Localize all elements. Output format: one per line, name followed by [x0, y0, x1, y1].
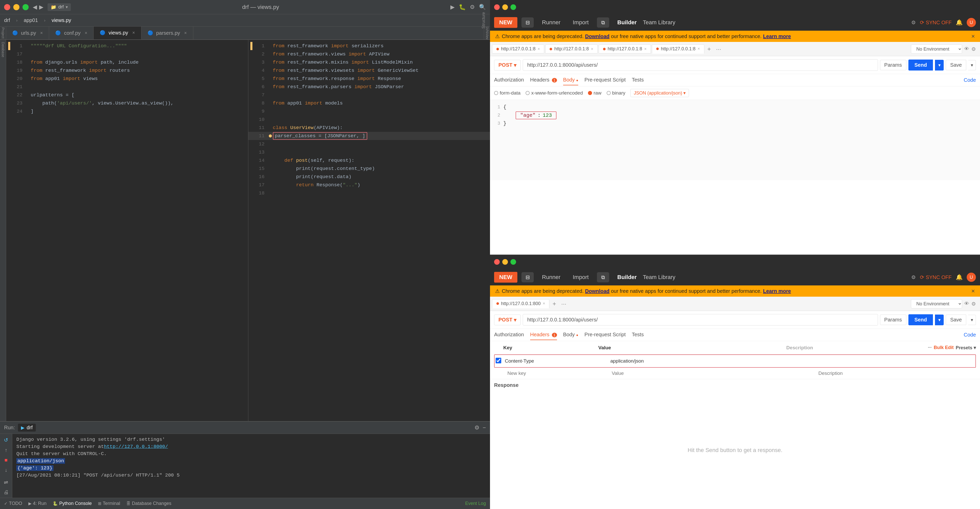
pm-download-link[interactable]: Download	[585, 33, 610, 39]
pm-content-type-checkbox[interactable]	[496, 358, 501, 363]
maximize-button[interactable]	[22, 4, 29, 10]
status-terminal[interactable]: ⊞ Terminal	[98, 501, 120, 506]
close-button[interactable]	[4, 4, 10, 10]
pm-tab-close-1[interactable]: ×	[538, 47, 540, 51]
pm-bottom-auth-tab[interactable]: Authorization	[494, 330, 524, 340]
pm-bottom-send-button[interactable]: Send	[908, 314, 933, 325]
structure-panel-label[interactable]: Structure	[481, 12, 486, 29]
pm-bottom-new-button[interactable]: NEW	[494, 272, 517, 282]
pm-raw-option[interactable]: raw	[588, 90, 601, 96]
pm-new-desc-input[interactable]	[818, 371, 972, 376]
pm-headers-tab[interactable]: Headers 1	[530, 75, 557, 86]
run-restart-icon[interactable]: ↺	[3, 436, 9, 444]
minimize-button[interactable]	[13, 4, 19, 10]
breadcrumb-app01[interactable]: app01	[24, 17, 38, 23]
pm-json-format-selector[interactable]: JSON (application/json) ▾	[630, 89, 689, 97]
pm-bottom-layout-icon-btn[interactable]: ⊟	[522, 272, 534, 282]
pm-more-tabs-icon[interactable]: ···	[714, 44, 723, 54]
tab-views-py[interactable]: 🔵 views.py ×	[94, 27, 141, 40]
pm-bottom-prerequest-tab[interactable]: Pre-request Script	[584, 330, 625, 340]
pm-form-data-option[interactable]: form-data	[494, 90, 520, 96]
search-icon[interactable]: 🔍	[479, 4, 486, 11]
pm-maximize-btn[interactable]	[511, 4, 516, 10]
pm-bottom-env-gear-icon[interactable]: ⚙	[971, 301, 976, 307]
left-code-content[interactable]: 1 """""drf URL Configuration..."""" 17 1…	[6, 40, 248, 421]
pm-bottom-env-select[interactable]: No Environment	[911, 299, 962, 308]
pm-url-input[interactable]	[523, 59, 878, 71]
pm-minimize-btn[interactable]	[502, 4, 508, 10]
pm-body-editor[interactable]: 1 { 2 "age" : 123 3 }	[490, 100, 980, 180]
pm-params-button[interactable]: Params	[880, 60, 906, 70]
pm-bottom-save-button[interactable]: Save	[946, 314, 966, 325]
pm-env-eye-icon[interactable]: 👁	[964, 46, 969, 52]
pm-bottom-request-tab[interactable]: http://127.0.0.1:800 ×	[492, 299, 549, 308]
pm-send-dropdown-icon[interactable]: ▾	[935, 60, 944, 71]
pm-tests-tab[interactable]: Tests	[632, 75, 644, 86]
pm-bottom-bell-icon[interactable]: 🔔	[956, 274, 963, 281]
pm-bottom-download-link[interactable]: Download	[585, 288, 610, 294]
status-database[interactable]: 🗄 Database Changes	[126, 501, 171, 506]
run-close-icon[interactable]: −	[483, 425, 486, 431]
pm-viewport-btn[interactable]: ⧉	[597, 17, 609, 28]
breadcrumb-drf[interactable]: drf	[4, 17, 10, 23]
pm-bottom-code-link[interactable]: Code	[964, 332, 976, 338]
pm-env-gear-icon[interactable]: ⚙	[971, 46, 976, 52]
pm-bottom-import-tab[interactable]: Import	[568, 272, 593, 282]
pm-binary-radio[interactable]	[607, 91, 611, 95]
close-views-tab-icon[interactable]: ×	[132, 30, 135, 35]
pm-request-tab-2[interactable]: http://127.0.0.1:8 ×	[545, 44, 597, 53]
pm-runner-tab[interactable]: Runner	[538, 17, 565, 28]
pm-method-selector[interactable]: POST ▾	[494, 60, 521, 71]
pm-bottom-close-btn[interactable]	[494, 259, 500, 265]
run-print-icon[interactable]: 🖨	[3, 488, 10, 496]
pm-bell-icon[interactable]: 🔔	[956, 19, 963, 26]
pm-learn-more-link[interactable]: Learn more	[763, 33, 791, 39]
pm-bottom-sync-button[interactable]: ⟳ SYNC OFF	[920, 274, 951, 280]
project-dropdown-icon[interactable]: ▾	[66, 5, 68, 10]
pm-request-tab-3[interactable]: http://127.0.0.1:8 ×	[599, 44, 651, 53]
database-panel-label[interactable]: Database	[1, 42, 5, 57]
settings-icon[interactable]: ⚙	[470, 4, 475, 11]
pm-settings-icon[interactable]: ⚙	[911, 19, 916, 25]
pm-new-value-input[interactable]	[612, 371, 816, 376]
pm-bulk-edit-button[interactable]: Bulk Edit	[934, 345, 954, 350]
pm-bottom-minimize-btn[interactable]	[502, 259, 508, 265]
project-side-label[interactable]: Project	[1, 27, 5, 39]
pm-bottom-headers-tab[interactable]: Headers 1	[530, 330, 557, 340]
pm-bottom-settings-icon[interactable]: ⚙	[911, 274, 916, 280]
pm-add-tab-icon[interactable]: +	[705, 44, 713, 54]
pm-urlencoded-option[interactable]: x-www-form-urlencoded	[525, 90, 583, 96]
right-code-content[interactable]: 1 from rest_framework import serializers…	[248, 40, 490, 421]
pm-tab-close-4[interactable]: ×	[697, 46, 700, 51]
pm-presets-button[interactable]: Presets ▾	[956, 345, 976, 350]
pm-bottom-warning-close-icon[interactable]: ×	[971, 287, 975, 295]
pm-sync-button[interactable]: ⟳ SYNC OFF	[920, 19, 951, 25]
run-wrap-icon[interactable]: ⇌	[3, 478, 9, 486]
pm-team-library-label[interactable]: Team Library	[643, 19, 675, 26]
pm-bottom-maximize-btn[interactable]	[511, 259, 516, 265]
pm-form-data-radio[interactable]	[494, 91, 498, 95]
run-tab-label[interactable]: drf	[27, 425, 32, 431]
pm-urlencoded-radio[interactable]	[525, 91, 530, 95]
pm-save-dropdown-icon[interactable]: ▾	[968, 60, 976, 70]
pm-bottom-runner-tab[interactable]: Runner	[538, 272, 565, 282]
close-parsers-tab-icon[interactable]: ×	[184, 30, 187, 36]
pm-tab-close-2[interactable]: ×	[591, 47, 593, 51]
pm-code-link[interactable]: Code	[964, 77, 976, 83]
status-run[interactable]: ▶ 4: Run	[29, 501, 46, 506]
run-settings-icon[interactable]: ⚙	[474, 425, 479, 431]
run-icon[interactable]: ▶	[450, 4, 455, 11]
pm-bottom-tests-tab[interactable]: Tests	[632, 330, 644, 340]
pm-bottom-learn-more-link[interactable]: Learn more	[763, 288, 791, 294]
breadcrumb-views[interactable]: views.py	[52, 17, 72, 23]
pm-bottom-more-tabs-icon[interactable]: ···	[559, 299, 568, 308]
run-up-icon[interactable]: ↑	[4, 446, 8, 454]
pm-request-tab-1[interactable]: http://127.0.0.1:8 ×	[492, 44, 544, 53]
run-down-icon[interactable]: ↓	[4, 466, 8, 474]
tab-conf-py[interactable]: 🔵 conf.py ×	[49, 27, 94, 40]
pm-new-button[interactable]: NEW	[494, 17, 517, 28]
close-conf-tab-icon[interactable]: ×	[85, 30, 88, 36]
pm-header-1-check[interactable]	[496, 358, 503, 365]
status-python-console[interactable]: 🐍 Python Console	[52, 501, 92, 506]
pm-tab-close-3[interactable]: ×	[644, 47, 646, 51]
